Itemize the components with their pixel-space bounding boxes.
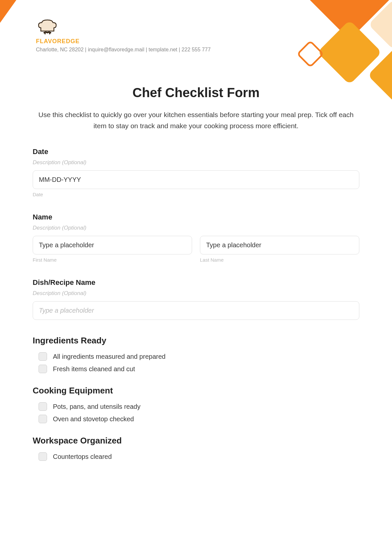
name-label: Name [33, 213, 359, 221]
checkbox[interactable] [39, 365, 47, 373]
check-item: Fresh items cleaned and cut [39, 365, 359, 373]
page-title: Chef Checklist Form [33, 85, 359, 100]
name-field-group: Name Description (Optional) First Name L… [33, 213, 359, 263]
intro-text: Use this checklist to quickly go over yo… [33, 109, 359, 131]
first-name-sublabel: First Name [33, 257, 192, 263]
check-item: Oven and stovetop checked [39, 415, 359, 423]
date-description: Description (Optional) [33, 159, 359, 166]
date-label: Date [33, 148, 359, 156]
chef-hat-icon [36, 18, 59, 36]
last-name-input[interactable] [200, 236, 359, 254]
equipment-heading: Cooking Equipment [33, 386, 359, 396]
page-header: FLAVOREDGE Charlotte, NC 28202 | inquire… [0, 0, 392, 53]
check-label: Fresh items cleaned and cut [53, 365, 135, 373]
decorative-triangle [0, 0, 16, 23]
ingredients-checklist: All ingredients measured and prepared Fr… [33, 352, 359, 373]
checkbox[interactable] [39, 415, 47, 423]
dish-field-group: Dish/Recipe Name Description (Optional) [33, 278, 359, 320]
dish-description: Description (Optional) [33, 290, 359, 297]
check-item: All ingredients measured and prepared [39, 352, 359, 361]
checkbox[interactable] [39, 352, 47, 361]
svg-point-0 [44, 33, 46, 34]
workspace-checklist: Countertops cleared [33, 452, 359, 461]
check-item: Pots, pans, and utensils ready [39, 402, 359, 411]
form-content: Chef Checklist Form Use this checklist t… [0, 53, 392, 461]
workspace-heading: Workspace Organized [33, 436, 359, 446]
dish-input[interactable] [33, 301, 359, 320]
brand-name: FLAVOREDGE [36, 38, 80, 45]
check-item: Countertops cleared [39, 452, 359, 461]
name-description: Description (Optional) [33, 225, 359, 231]
logo-block: FLAVOREDGE Charlotte, NC 28202 | inquire… [36, 18, 392, 53]
last-name-sublabel: Last Name [200, 257, 359, 263]
check-label: Oven and stovetop checked [53, 415, 134, 423]
dish-label: Dish/Recipe Name [33, 278, 359, 287]
date-field-group: Date Description (Optional) Date [33, 148, 359, 197]
date-input[interactable] [33, 170, 359, 189]
check-label: All ingredients measured and prepared [53, 353, 166, 360]
svg-point-1 [49, 33, 50, 34]
date-sublabel: Date [33, 192, 359, 197]
check-label: Pots, pans, and utensils ready [53, 403, 140, 410]
ingredients-heading: Ingredients Ready [33, 336, 359, 346]
equipment-checklist: Pots, pans, and utensils ready Oven and … [33, 402, 359, 423]
contact-line: Charlotte, NC 28202 | inquire@flavoredge… [36, 47, 211, 53]
first-name-input[interactable] [33, 236, 192, 254]
checkbox[interactable] [39, 452, 47, 461]
check-label: Countertops cleared [53, 453, 112, 460]
checkbox[interactable] [39, 402, 47, 411]
